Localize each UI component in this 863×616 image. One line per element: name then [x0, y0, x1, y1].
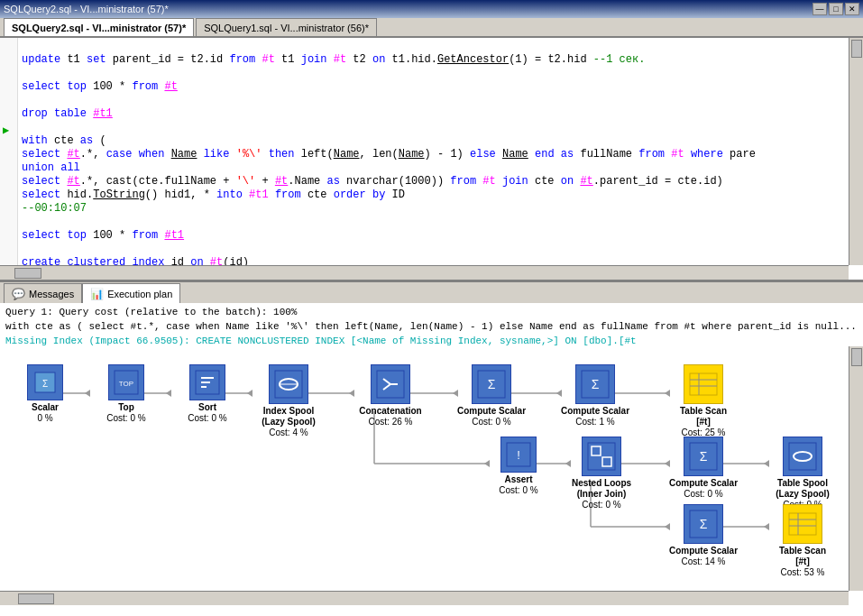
compute-scalar-2-cost: Cost: 1 %	[575, 417, 614, 427]
sort-cost: Cost: 0 %	[188, 413, 226, 423]
plan-node-table-scan-t2[interactable]: Table Scan [#t] Cost: 53 %	[762, 504, 843, 577]
plan-node-compute-scalar-2[interactable]: Σ Compute Scalar Cost: 1 %	[555, 364, 636, 427]
plan-node-sort[interactable]: Sort Cost: 0 %	[171, 364, 243, 423]
tab-sqlquery1-label: SQLQuery1.sql - VI...ministrator (56)*	[204, 23, 369, 33]
compute-scalar-1-cost: Cost: 0 %	[472, 417, 510, 427]
tab-messages[interactable]: 💬 Messages	[4, 283, 82, 303]
plan-node-assert[interactable]: ! Assert Cost: 0 %	[482, 437, 555, 495]
svg-text:Σ: Σ	[488, 377, 496, 391]
index-spool-icon	[269, 364, 308, 404]
table-scan-t2-icon	[783, 504, 822, 544]
vscroll-thumb[interactable]	[851, 40, 862, 58]
window-controls: — □ ✕	[813, 3, 859, 15]
concat-cost: Cost: 26 %	[369, 417, 413, 427]
editor-pane[interactable]: ▶ update t1 set parent_id = t2.id from #…	[0, 38, 863, 281]
close-button[interactable]: ✕	[845, 3, 859, 15]
editor-wrapper: ▶ update t1 set parent_id = t2.id from #…	[0, 38, 863, 272]
results-pane: 💬 Messages 📊 Execution plan Query 1: Que…	[0, 281, 863, 616]
table-spool-icon	[783, 437, 822, 476]
query-detail-line: with cte as ( select #t.*, case when Nam…	[5, 319, 858, 334]
svg-text:Σ: Σ	[700, 517, 708, 531]
compute-scalar-2-icon: Σ	[575, 364, 615, 404]
execution-arrow: ▶	[0, 124, 17, 138]
sort-icon	[189, 364, 225, 400]
tab-messages-label: Messages	[29, 289, 74, 299]
editor-vscrollbar[interactable]	[849, 38, 863, 265]
nested-loops-icon	[582, 437, 621, 476]
main-container: ▶ update t1 set parent_id = t2.id from #…	[0, 38, 863, 616]
assert-label: Assert	[504, 474, 532, 485]
plan-icon: 📊	[90, 288, 104, 300]
index-spool-sublabel: (Lazy Spool)	[262, 417, 315, 428]
compute-scalar-4-icon: Σ	[684, 504, 723, 544]
plan-node-compute-scalar-1[interactable]: Σ Compute Scalar Cost: 0 %	[451, 364, 532, 427]
svg-text:Σ: Σ	[700, 449, 708, 464]
tab-bar: SQLQuery2.sql - VI...ministrator (57)* S…	[0, 18, 863, 38]
table-scan-t-sublabel: [#t]	[696, 417, 711, 428]
table-scan-t2-label: Table Scan	[779, 546, 826, 556]
results-tab-bar: 💬 Messages 📊 Execution plan	[0, 281, 863, 303]
tab-execution-plan-label: Execution plan	[107, 289, 172, 299]
plan-node-compute-scalar-3[interactable]: Σ Compute Scalar Cost: 0 %	[663, 437, 744, 499]
table-spool-label: Table Spool	[777, 478, 828, 489]
tab-execution-plan[interactable]: 📊 Execution plan	[82, 283, 180, 303]
plan-node-table-spool[interactable]: Table Spool (Lazy Spool) Cost: 0 %	[762, 437, 843, 510]
concat-icon	[371, 364, 410, 404]
title-bar: SQLQuery2.sql - VI...ministrator (57)* —…	[0, 0, 863, 18]
plan-vscroll-thumb[interactable]	[851, 348, 862, 366]
plan-vscrollbar[interactable]	[849, 346, 863, 591]
minimize-button[interactable]: —	[813, 3, 827, 15]
scalar-label: Scalar	[32, 402, 59, 413]
plan-hscrollbar[interactable]	[0, 591, 849, 605]
plan-node-index-spool[interactable]: Index Spool (Lazy Spool) Cost: 4 %	[248, 364, 329, 437]
compute-scalar-3-icon: Σ	[684, 437, 723, 476]
compute-scalar-1-icon: Σ	[472, 364, 511, 404]
svg-text:Σ: Σ	[592, 377, 600, 391]
table-scan-t-label: Table Scan	[680, 406, 727, 417]
nested-loops-label: Nested Loops	[572, 478, 631, 489]
tab-sqlquery2-label: SQLQuery2.sql - VI...ministrator (57)*	[12, 23, 186, 33]
top-icon: TOP	[108, 364, 144, 400]
line-gutter: ▶	[0, 38, 18, 272]
index-spool-label: Index Spool	[263, 406, 315, 417]
plan-node-scalar[interactable]: Σ Scalar 0 %	[9, 364, 81, 423]
svg-rect-47	[690, 373, 717, 395]
assert-icon: !	[500, 437, 537, 473]
plan-hscroll-thumb[interactable]	[18, 593, 54, 604]
table-scan-t2-sublabel: [#t]	[795, 556, 810, 567]
plan-node-table-scan-t[interactable]: Table Scan [#t] Cost: 25 %	[663, 364, 744, 437]
plan-node-compute-scalar-4[interactable]: Σ Compute Scalar Cost: 14 %	[663, 504, 744, 566]
hscroll-thumb[interactable]	[14, 268, 41, 279]
tab-sqlquery1[interactable]: SQLQuery1.sql - VI...ministrator (56)*	[196, 18, 377, 36]
sql-editor[interactable]: update t1 set parent_id = t2.id from #t …	[18, 38, 759, 272]
title-text: SQLQuery2.sql - VI...ministrator (57)*	[4, 4, 169, 14]
assert-cost: Cost: 0 %	[499, 485, 537, 495]
plan-node-top[interactable]: TOP Top Cost: 0 %	[90, 364, 162, 423]
tab-sqlquery2[interactable]: SQLQuery2.sql - VI...ministrator (57)*	[4, 18, 194, 36]
svg-text:Σ: Σ	[42, 379, 48, 389]
concat-label: Concatenation	[359, 406, 421, 417]
compute-scalar-2-label: Compute Scalar	[561, 406, 629, 417]
plan-node-concatenation[interactable]: Concatenation Cost: 26 %	[350, 364, 431, 427]
svg-text:!: !	[517, 448, 520, 462]
compute-scalar-4-cost: Cost: 14 %	[682, 556, 726, 566]
scalar-icon: Σ	[27, 364, 63, 400]
plan-node-nested-loops[interactable]: Nested Loops (Inner Join) Cost: 0 %	[561, 437, 642, 510]
top-cost: Cost: 0 %	[106, 413, 145, 423]
compute-scalar-3-label: Compute Scalar	[669, 478, 738, 489]
query-cost-line: Query 1: Query cost (relative to the bat…	[5, 305, 858, 319]
top-label: Top	[118, 402, 134, 413]
nested-loops-cost: Cost: 0 %	[582, 500, 620, 510]
maximize-button[interactable]: □	[829, 3, 843, 15]
scalar-cost: 0 %	[37, 413, 52, 423]
results-content: Query 1: Query cost (relative to the bat…	[0, 303, 863, 616]
svg-rect-62	[789, 513, 816, 535]
table-spool-sublabel: (Lazy Spool)	[776, 489, 829, 500]
sort-label: Sort	[198, 402, 216, 413]
svg-text:TOP: TOP	[119, 380, 133, 388]
nested-loops-sublabel: (Inner Join)	[577, 489, 626, 500]
messages-icon: 💬	[12, 288, 25, 300]
compute-scalar-1-label: Compute Scalar	[457, 406, 526, 417]
editor-hscrollbar[interactable]	[0, 265, 849, 280]
compute-scalar-4-label: Compute Scalar	[669, 546, 738, 556]
